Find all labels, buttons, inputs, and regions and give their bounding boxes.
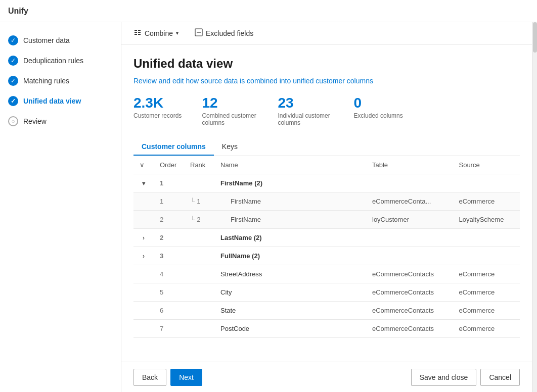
order-cell-3: 2 bbox=[154, 229, 184, 247]
main-layout: ✓Customer data✓Deduplication rules✓Match… bbox=[0, 22, 537, 392]
table-body: ▾1FirstName (2)1└1FirstNameeCommerceCont… bbox=[133, 174, 520, 338]
expand-cell-5 bbox=[133, 265, 154, 283]
col-header-5: Source bbox=[453, 156, 520, 174]
rank-cell-6 bbox=[184, 283, 214, 302]
rank-cell-2: └2 bbox=[184, 211, 214, 229]
rank-cell-1: └1 bbox=[184, 192, 214, 211]
sidebar-item-matching-rules[interactable]: ✓Matching rules bbox=[0, 71, 121, 91]
stat-customer-records: 2.3KCustomer records bbox=[133, 95, 182, 126]
app-title: Unify bbox=[8, 7, 28, 16]
expand-cell-7 bbox=[133, 302, 154, 320]
order-cell-1: 1 bbox=[154, 192, 184, 211]
name-cell-1: FirstName bbox=[214, 192, 366, 211]
next-button[interactable]: Next bbox=[170, 369, 202, 386]
table-header: ∨OrderRankNameTableSource bbox=[133, 156, 520, 174]
sidebar-item-deduplication-rules[interactable]: ✓Deduplication rules bbox=[0, 51, 121, 71]
name-cell-4: FullName (2) bbox=[214, 247, 366, 265]
table-row: ▾1FirstName (2) bbox=[133, 174, 520, 192]
name-cell-7: State bbox=[214, 302, 366, 320]
stat-label-combined-customer-columns: Combined customer columns bbox=[202, 112, 257, 126]
name-cell-2: FirstName bbox=[214, 211, 366, 229]
expand-cell-4[interactable]: › bbox=[133, 247, 154, 265]
page-subtitle: Review and edit how source data is combi… bbox=[133, 77, 520, 85]
back-button[interactable]: Back bbox=[133, 369, 166, 386]
name-cell-8: PostCode bbox=[214, 320, 366, 338]
stat-label-excluded-columns: Excluded columns bbox=[353, 112, 402, 119]
combine-chevron-icon: ▾ bbox=[176, 30, 178, 36]
sidebar: ✓Customer data✓Deduplication rules✓Match… bbox=[0, 22, 121, 392]
excluded-fields-label: Excluded fields bbox=[206, 29, 253, 37]
expand-cell-2 bbox=[133, 211, 154, 229]
sidebar-item-customer-data[interactable]: ✓Customer data bbox=[0, 30, 121, 51]
table-cell-0 bbox=[366, 174, 453, 192]
scrollbar[interactable] bbox=[532, 22, 537, 392]
expand-cell-0[interactable]: ▾ bbox=[133, 174, 154, 192]
expand-icon-4[interactable]: › bbox=[143, 253, 145, 260]
excluded-fields-icon bbox=[195, 28, 203, 38]
page-title: Unified data view bbox=[133, 57, 520, 71]
tab-keys[interactable]: Keys bbox=[214, 138, 246, 156]
col-header-3: Name bbox=[214, 156, 366, 174]
source-cell-6: eCommerce bbox=[453, 283, 520, 302]
save-close-button[interactable]: Save and close bbox=[411, 369, 477, 386]
name-cell-0: FirstName (2) bbox=[214, 174, 366, 192]
source-cell-1: eCommerce bbox=[453, 192, 520, 211]
expand-icon-3[interactable]: › bbox=[143, 234, 145, 241]
expand-cell-8 bbox=[133, 320, 154, 338]
table-cell-2: loyCustomer bbox=[366, 211, 453, 229]
stats-row: 2.3KCustomer records12Combined customer … bbox=[133, 95, 520, 126]
table-cell-5: eCommerceContacts bbox=[366, 265, 453, 283]
source-cell-8: eCommerce bbox=[453, 320, 520, 338]
stat-excluded-columns: 0Excluded columns bbox=[353, 95, 402, 126]
sidebar-status-icon-review: ○ bbox=[8, 116, 18, 126]
stat-label-individual-customer-columns: Individual customer columns bbox=[278, 112, 333, 126]
table-row: ›3FullName (2) bbox=[133, 247, 520, 265]
footer: Back Next Save and close Cancel bbox=[121, 362, 532, 392]
table-container[interactable]: ∨OrderRankNameTableSource ▾1FirstName (2… bbox=[133, 156, 520, 338]
table-row: 7PostCodeeCommerceContactseCommerce bbox=[133, 320, 520, 338]
source-cell-4 bbox=[453, 247, 520, 265]
order-cell-7: 6 bbox=[154, 302, 184, 320]
table-row: 4StreetAddresseCommerceContactseCommerce bbox=[133, 265, 520, 283]
rank-cell-7 bbox=[184, 302, 214, 320]
stat-individual-customer-columns: 23Individual customer columns bbox=[278, 95, 333, 126]
col-header-0: ∨ bbox=[133, 156, 154, 174]
cancel-button[interactable]: Cancel bbox=[480, 369, 520, 386]
table-row: 2└2FirstNameloyCustomerLoyaltyScheme bbox=[133, 211, 520, 229]
expand-icon-0[interactable]: ▾ bbox=[142, 180, 145, 187]
order-cell-0: 1 bbox=[154, 174, 184, 192]
rank-cell-8 bbox=[184, 320, 214, 338]
source-cell-0 bbox=[453, 174, 520, 192]
sidebar-item-label-customer-data: Customer data bbox=[23, 36, 70, 44]
order-cell-5: 4 bbox=[154, 265, 184, 283]
tabs: Customer columnsKeys bbox=[133, 138, 520, 156]
stat-combined-customer-columns: 12Combined customer columns bbox=[202, 95, 257, 126]
source-cell-3 bbox=[453, 229, 520, 247]
sidebar-item-unified-data-view[interactable]: ✓Unified data view bbox=[0, 91, 121, 111]
sort-icon[interactable]: ∨ bbox=[140, 161, 145, 169]
top-bar: Unify bbox=[0, 0, 537, 22]
table-row: 1└1FirstNameeCommerceContа...eCommerce bbox=[133, 192, 520, 211]
rank-cell-4 bbox=[184, 247, 214, 265]
stat-number-combined-customer-columns: 12 bbox=[202, 95, 217, 111]
page-content: Unified data view Review and edit how so… bbox=[121, 44, 532, 362]
tab-customer-columns[interactable]: Customer columns bbox=[133, 138, 214, 156]
expand-cell-6 bbox=[133, 283, 154, 302]
footer-right: Save and close Cancel bbox=[411, 369, 520, 386]
sidebar-item-label-deduplication-rules: Deduplication rules bbox=[23, 57, 83, 65]
col-header-2: Rank bbox=[184, 156, 214, 174]
stat-number-customer-records: 2.3K bbox=[133, 95, 163, 111]
scrollbar-thumb[interactable] bbox=[533, 22, 537, 53]
excluded-fields-button[interactable]: Excluded fields bbox=[191, 26, 257, 40]
expand-cell-3[interactable]: › bbox=[133, 229, 154, 247]
table-row: 5CityeCommerceContactseCommerce bbox=[133, 283, 520, 302]
col-header-1: Order bbox=[154, 156, 184, 174]
source-cell-5: eCommerce bbox=[453, 265, 520, 283]
source-cell-7: eCommerce bbox=[453, 302, 520, 320]
sidebar-item-review[interactable]: ○Review bbox=[0, 111, 121, 131]
combine-button[interactable]: Combine ▾ bbox=[129, 26, 183, 40]
table-cell-8: eCommerceContacts bbox=[366, 320, 453, 338]
table-cell-6: eCommerceContacts bbox=[366, 283, 453, 302]
sidebar-status-icon-matching-rules: ✓ bbox=[8, 76, 18, 86]
rank-cell-5 bbox=[184, 265, 214, 283]
